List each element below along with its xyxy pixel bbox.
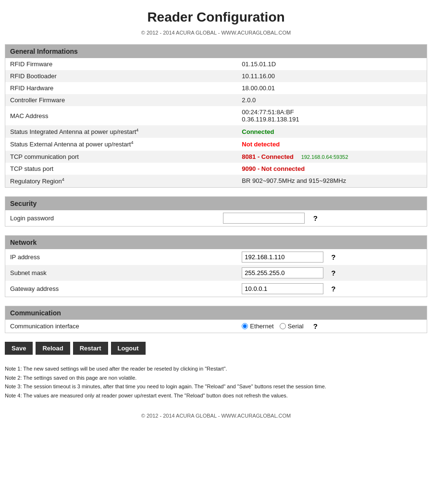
communication-section: Communication Communication interface Et… <box>5 306 427 333</box>
network-table: IP address ? Subnet mask ? Gateway addre… <box>5 249 427 297</box>
comm-help-icon[interactable]: ? <box>309 322 318 330</box>
ip-help-icon[interactable]: ? <box>327 253 335 261</box>
ip-address-input[interactable] <box>242 252 323 263</box>
tcp-comm-value: 8081 - Connected 192.168.0.64:59352 <box>237 151 427 163</box>
rfid-hardware-label: RFID Hardware <box>5 82 237 94</box>
restart-button[interactable]: Restart <box>73 342 108 355</box>
mac-address-value: 00:24:77:51:8A:BF 0.36.119.81.138.191 <box>237 106 427 125</box>
integrated-antenna-label: Status Integrated Antenna at power up/re… <box>5 125 237 138</box>
subnet-mask-label: Subnet mask <box>5 265 237 281</box>
ethernet-radio[interactable] <box>242 323 248 329</box>
table-row: Subnet mask ? <box>5 265 427 281</box>
security-section: Security Login password ? <box>5 196 427 227</box>
table-row: Gateway address ? <box>5 281 427 297</box>
external-antenna-label: Status External Antenna at power up/rest… <box>5 138 237 150</box>
rfid-bootloader-label: RFID Bootloader <box>5 70 237 82</box>
table-row: TCP communication port 8081 - Connected … <box>5 151 427 163</box>
button-bar: Save Reload Restart Logout <box>5 342 427 355</box>
table-row: Controller Firmware 2.0.0 <box>5 94 427 106</box>
rfid-hardware-value: 18.00.00.01 <box>237 82 427 94</box>
table-row: RFID Hardware 18.00.00.01 <box>5 82 427 94</box>
table-row: Communication interface Ethernet Serial … <box>5 320 427 333</box>
page-title: Reader Configuration <box>0 0 432 28</box>
table-row: IP address ? <box>5 249 427 265</box>
serial-radio[interactable] <box>280 323 286 329</box>
security-help-icon[interactable]: ? <box>309 214 318 222</box>
gateway-address-label: Gateway address <box>5 281 237 297</box>
table-row: Regulatory Region4 BR 902~907.5MHz and 9… <box>5 175 427 187</box>
controller-firmware-value: 2.0.0 <box>237 94 427 106</box>
reload-button[interactable]: Reload <box>36 342 70 355</box>
communication-table: Communication interface Ethernet Serial … <box>5 320 427 333</box>
serial-option[interactable]: Serial <box>280 323 304 330</box>
note3: Note 3: The session timeout is 3 minutes… <box>5 382 427 391</box>
ip-address-cell: ? <box>237 249 322 265</box>
general-header: General Informations <box>5 45 427 58</box>
logout-button[interactable]: Logout <box>111 342 146 355</box>
copyright-bottom: © 2012 - 2014 ACURA GLOBAL - WWW.ACURAGL… <box>0 405 432 426</box>
subnet-mask-input[interactable] <box>242 267 323 278</box>
table-row: Status Integrated Antenna at power up/re… <box>5 125 427 138</box>
general-table: RFID Firmware 01.15.01.1D RFID Bootloade… <box>5 58 427 187</box>
comm-interface-label: Communication interface <box>5 320 237 333</box>
network-header: Network <box>5 236 427 249</box>
table-row: RFID Firmware 01.15.01.1D <box>5 58 427 70</box>
gateway-help-icon[interactable]: ? <box>327 285 335 293</box>
login-password-input[interactable] <box>223 213 305 224</box>
general-section: General Informations RFID Firmware 01.15… <box>5 44 427 188</box>
network-section: Network IP address ? Subnet mask ? Gatew… <box>5 235 427 297</box>
external-antenna-value: Not detected <box>237 138 427 150</box>
rfid-firmware-label: RFID Firmware <box>5 58 237 70</box>
login-password-cell: ? <box>237 210 322 226</box>
table-row: RFID Bootloader 10.11.16.00 <box>5 70 427 82</box>
table-row: Status External Antenna at power up/rest… <box>5 138 427 150</box>
save-button[interactable]: Save <box>5 342 33 355</box>
subnet-mask-cell: ? <box>237 265 322 281</box>
note2: Note 2: The settings saved on this page … <box>5 373 427 383</box>
copyright-top: © 2012 - 2014 ACURA GLOBAL - WWW.ACURAGL… <box>0 28 432 44</box>
table-row: MAC Address 00:24:77:51:8A:BF 0.36.119.8… <box>5 106 427 125</box>
mac-address-label: MAC Address <box>5 106 237 125</box>
gateway-address-input[interactable] <box>242 283 323 294</box>
ip-address-label: IP address <box>5 249 237 265</box>
regulatory-region-label: Regulatory Region4 <box>5 175 237 187</box>
tcp-status-label: TCP status port <box>5 163 237 175</box>
controller-firmware-label: Controller Firmware <box>5 94 237 106</box>
subnet-help-icon[interactable]: ? <box>327 269 335 277</box>
notes-section: Note 1: The new saved settings will be u… <box>5 364 427 400</box>
tcp-status-value: 9090 - Not connected <box>237 163 427 175</box>
note4: Note 4: The values are measured only at … <box>5 391 427 400</box>
rfid-bootloader-value: 10.11.16.00 <box>237 70 427 82</box>
integrated-antenna-value: Connected <box>237 125 427 138</box>
rfid-firmware-value: 01.15.01.1D <box>237 58 427 70</box>
regulatory-region-value: BR 902~907.5MHz and 915~928MHz <box>237 175 427 187</box>
note1: Note 1: The new saved settings will be u… <box>5 364 427 373</box>
security-table: Login password ? <box>5 210 427 226</box>
table-row: TCP status port 9090 - Not connected <box>5 163 427 175</box>
login-password-label: Login password <box>5 210 237 226</box>
comm-interface-cell: Ethernet Serial ? <box>237 320 322 333</box>
gateway-address-cell: ? <box>237 281 322 297</box>
tcp-comm-label: TCP communication port <box>5 151 237 163</box>
ethernet-option[interactable]: Ethernet <box>242 323 273 330</box>
communication-header: Communication <box>5 306 427 320</box>
table-row: Login password ? <box>5 210 427 226</box>
security-header: Security <box>5 197 427 210</box>
